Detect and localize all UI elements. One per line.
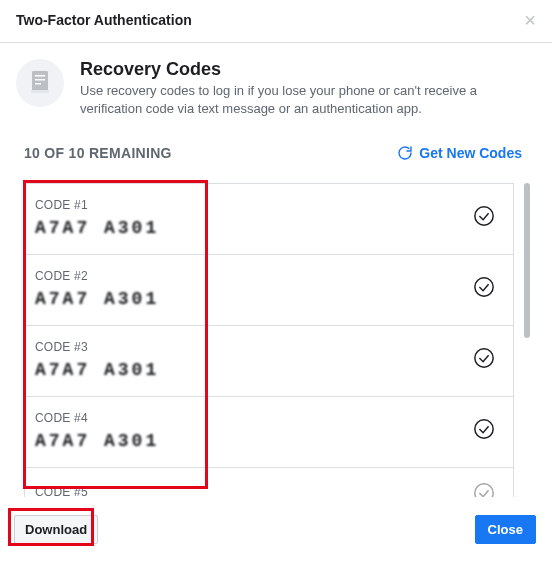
download-button[interactable]: Download (14, 515, 98, 544)
document-icon (16, 59, 64, 117)
intro-text: Recovery Codes Use recovery codes to log… (80, 59, 500, 117)
svg-rect-2 (35, 75, 45, 77)
intro-heading: Recovery Codes (80, 59, 500, 80)
remaining-row: 10 OF 10 REMAINING Get New Codes (0, 137, 552, 169)
code-row: CODE #1 A7A7 A301 (25, 184, 513, 255)
code-value: A7A7 A301 (35, 431, 159, 451)
close-icon[interactable]: × (524, 10, 536, 30)
svg-point-7 (475, 278, 493, 296)
get-new-codes-button[interactable]: Get New Codes (397, 145, 522, 161)
remaining-count: 10 OF 10 REMAINING (24, 145, 172, 161)
svg-rect-1 (32, 71, 48, 91)
svg-point-8 (475, 349, 493, 367)
code-label: CODE #5 (35, 485, 88, 497)
svg-rect-4 (35, 83, 41, 85)
scrollbar[interactable] (522, 183, 532, 497)
dialog-title: Two-Factor Authentication (16, 12, 192, 28)
svg-point-9 (475, 420, 493, 438)
svg-rect-5 (31, 90, 49, 93)
codes-area: CODE #1 A7A7 A301 CODE #2 A7A7 A301 CODE… (24, 183, 532, 497)
code-value: A7A7 A301 (35, 218, 159, 238)
intro-section: Recovery Codes Use recovery codes to log… (0, 43, 552, 137)
close-button[interactable]: Close (475, 515, 536, 544)
codes-list[interactable]: CODE #1 A7A7 A301 CODE #2 A7A7 A301 CODE… (24, 183, 514, 497)
svg-point-6 (475, 207, 493, 225)
code-label: CODE #4 (35, 411, 159, 425)
dialog-header: Two-Factor Authentication × (0, 0, 552, 43)
refresh-icon (397, 145, 413, 161)
code-value: A7A7 A301 (35, 360, 159, 380)
code-row: CODE #5 (25, 468, 513, 497)
code-label: CODE #2 (35, 269, 159, 283)
scrollbar-thumb[interactable] (524, 183, 530, 338)
check-icon (473, 482, 495, 497)
get-new-codes-label: Get New Codes (419, 145, 522, 161)
code-row: CODE #3 A7A7 A301 (25, 326, 513, 397)
intro-description: Use recovery codes to log in if you lose… (80, 82, 500, 117)
code-row: CODE #2 A7A7 A301 (25, 255, 513, 326)
check-icon (473, 347, 495, 373)
check-icon (473, 205, 495, 231)
code-row: CODE #4 A7A7 A301 (25, 397, 513, 468)
check-icon (473, 418, 495, 444)
code-label: CODE #3 (35, 340, 159, 354)
code-label: CODE #1 (35, 198, 159, 212)
code-value: A7A7 A301 (35, 289, 159, 309)
svg-rect-3 (35, 79, 45, 81)
dialog-footer: Download Close (0, 497, 552, 544)
check-icon (473, 276, 495, 302)
